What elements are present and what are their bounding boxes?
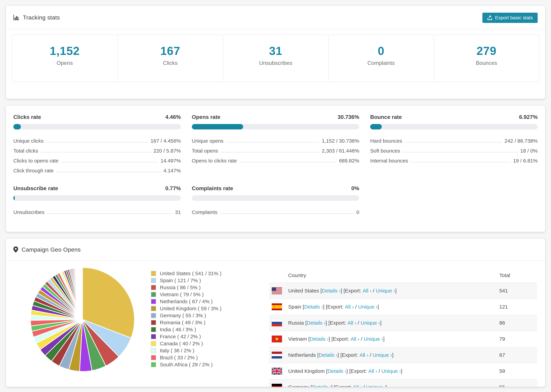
rate-detail-row: Unique opens1,152 / 30.736% [192, 134, 359, 144]
legend-swatch [151, 334, 156, 339]
export-all-link[interactable]: All › [363, 288, 372, 294]
summary-stats-row: 1,152Opens167Clicks31Unsubscribes0Compla… [12, 35, 539, 82]
rate-detail-value: 2,303 / 61.446% [322, 148, 359, 154]
rate-progress-track [13, 124, 181, 129]
dotted-leader [405, 142, 502, 142]
tracking-stats-title-text: Tracking stats [23, 14, 60, 21]
flag-icon-us [272, 287, 282, 294]
rate-detail-label: Total opens [192, 148, 218, 154]
export-all-link[interactable]: All › [351, 336, 360, 342]
rate-detail-row: Unique clicks167 / 4.456% [13, 134, 181, 144]
tracking-stats-title: Tracking stats [13, 14, 60, 21]
export-unique-link[interactable]: Unique › [361, 320, 380, 326]
summary-stat-value: 31 [223, 44, 328, 57]
rate-detail-value: 167 / 4.456% [151, 138, 181, 144]
rate-detail-label: Soft bounces [370, 148, 400, 154]
export-button-label: Export basic stats [495, 15, 533, 21]
export-all-link[interactable]: All › [345, 304, 354, 310]
rate-title-row: Opens rate30.736% [192, 114, 359, 120]
country-name: Netherlands [288, 352, 317, 358]
legend-swatch [151, 341, 156, 346]
details-link[interactable]: Details › [307, 320, 325, 326]
rate-block-clicks-rate: Clicks rate4.46%Unique clicks167 / 4.456… [13, 114, 181, 174]
export-all-link[interactable]: All › [368, 368, 377, 374]
table-row-us: United States [Details ›] [Export: All ›… [269, 283, 537, 299]
rate-progress-track [13, 195, 181, 201]
table-row-ru: Russia [Details ›] [Export: All › / Uniq… [269, 315, 537, 331]
export-basic-stats-button[interactable]: Export basic stats [482, 13, 538, 23]
export-all-link[interactable]: All › [353, 384, 362, 387]
rate-detail-label: Click through rate [13, 168, 54, 174]
export-all-link[interactable]: All › [347, 320, 356, 326]
rate-detail-label: Unique opens [192, 138, 224, 144]
page: Tracking stats Export basic stats 1,152O… [0, 0, 551, 392]
geo-table-rows: United States [Details ›] [Export: All ›… [269, 283, 537, 387]
export-unique-link[interactable]: Unique › [381, 368, 401, 374]
country-name: Vietnam [288, 336, 308, 342]
summary-stat-bounces: 279Bounces [434, 35, 539, 82]
rate-detail-row: Total opens2,303 / 61.446% [192, 144, 359, 154]
details-link[interactable]: Details › [327, 368, 346, 374]
country-name: Russia [288, 320, 305, 326]
legend-label: Italy ( 36 / 2% ) [160, 348, 194, 354]
legend-label: South Africa ( 29 / 2% ) [160, 362, 212, 368]
rate-progress-fill [370, 124, 382, 129]
summary-stat-value: 1,152 [12, 44, 117, 57]
legend-swatch [151, 313, 156, 318]
legend-label: Russia ( 86 / 5% ) [160, 285, 201, 290]
rate-detail-value: 242 / 86.738% [505, 138, 538, 144]
dotted-leader [221, 152, 319, 152]
table-row-es: Spain [Details ›] [Export: All › / Uniqu… [269, 299, 537, 315]
bar-chart-icon [13, 14, 20, 21]
dotted-leader [46, 142, 148, 142]
details-link[interactable]: Details › [304, 304, 323, 310]
rate-detail-rows: Complaints0 [192, 205, 359, 215]
rate-detail-value: 1,152 / 30.736% [322, 138, 359, 144]
geo-country-table: Country Total United States [Details ›] … [269, 261, 537, 387]
legend-item: Romania ( 49 / 3% ) [151, 319, 269, 326]
export-unique-link[interactable]: Unique › [358, 304, 377, 310]
rate-value: 6.927% [519, 114, 538, 120]
geo-opens-pie-chart[interactable] [29, 266, 136, 373]
export-unique-link[interactable]: Unique › [376, 288, 395, 294]
row-country-cell: Germany [Details ›] [Export: All › / Uni… [269, 384, 499, 387]
rate-detail-value: 220 / 5.87% [154, 148, 181, 154]
legend-swatch [151, 362, 156, 367]
rate-detail-row: Internal bounces19 / 6.81% [370, 154, 538, 164]
geo-opens-header: Campaign Geo Opens [6, 239, 545, 261]
dotted-leader [411, 162, 510, 162]
rate-value: 30.736% [338, 114, 359, 120]
export-all-link[interactable]: All › [360, 352, 368, 358]
country-name: Spain [288, 304, 303, 310]
legend-item: Italy ( 36 / 2% ) [151, 347, 269, 354]
summary-stat-opens: 1,152Opens [12, 35, 117, 82]
details-link[interactable]: Details › [322, 288, 341, 294]
legend-swatch [151, 327, 156, 332]
legend-swatch [151, 278, 156, 283]
export-unique-link[interactable]: Unique › [366, 384, 385, 387]
row-total-cell: 86 [499, 320, 537, 326]
details-link[interactable]: Details › [310, 336, 329, 342]
export-unique-link[interactable]: Unique › [373, 352, 392, 358]
dotted-leader [226, 142, 319, 142]
rate-block-bounce-rate: Bounce rate6.927%Hard bounces242 / 86.73… [370, 114, 538, 174]
dotted-leader [403, 152, 517, 152]
row-country-cell: Russia [Details ›] [Export: All › / Uniq… [269, 320, 499, 326]
rate-title: Bounce rate [370, 114, 402, 120]
legend-label: Germany ( 55 / 3% ) [160, 313, 206, 318]
geo-pie-wrap [14, 261, 151, 387]
legend-label: Netherlands ( 67 / 4% ) [160, 299, 212, 304]
country-name: United States [288, 288, 320, 294]
row-country-cell: United Kingdom [Details ›] [Export: All … [269, 368, 499, 375]
rate-progress-track [370, 124, 538, 129]
row-total-cell: 541 [499, 288, 537, 294]
pie-slice-67[interactable] [82, 267, 83, 320]
geo-opens-title-text: Campaign Geo Opens [21, 246, 81, 253]
legend-label: Vietnam ( 79 / 5% ) [160, 292, 204, 297]
details-link[interactable]: Details › [312, 384, 331, 387]
summary-stat-label: Opens [12, 60, 117, 66]
table-row-nl: Netherlands [Details ›] [Export: All › /… [269, 347, 537, 363]
details-link[interactable]: Details › [319, 352, 338, 358]
rate-detail-value: 689.82% [339, 158, 359, 164]
export-unique-link[interactable]: Unique › [364, 336, 383, 342]
